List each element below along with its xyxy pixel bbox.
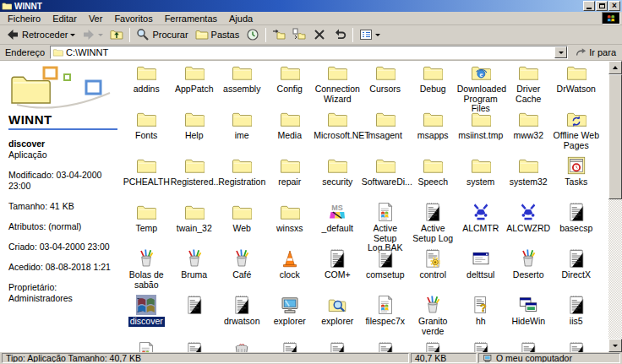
file-registered[interactable]: Registered... bbox=[171, 155, 219, 202]
file-item[interactable] bbox=[123, 341, 171, 352]
history-button[interactable] bbox=[243, 26, 263, 44]
file-apppatch[interactable]: AppPatch bbox=[171, 62, 219, 109]
file-tasks[interactable]: Tasks bbox=[553, 155, 601, 202]
file-speech[interactable]: Speech bbox=[409, 155, 457, 202]
file-system32[interactable]: system32 bbox=[505, 155, 553, 202]
title-bar[interactable]: WINNT × bbox=[0, 0, 622, 12]
scrollbar-thumb[interactable] bbox=[608, 74, 622, 199]
file-assembly[interactable]: assembly bbox=[218, 62, 266, 109]
file-softwaredi[interactable]: SoftwareDi... bbox=[362, 155, 410, 202]
undo-button[interactable] bbox=[330, 26, 350, 44]
file-drwatson[interactable]: DrWatson bbox=[553, 62, 601, 109]
back-button[interactable]: Retroceder bbox=[3, 26, 79, 44]
file-item[interactable] bbox=[266, 341, 314, 352]
file-bolas-de-sab-o[interactable]: Bolas de sabão bbox=[123, 248, 171, 295]
minimize-button[interactable] bbox=[583, 1, 595, 11]
up-button[interactable] bbox=[106, 26, 127, 44]
file-msiinst-tmp[interactable]: msiinst.tmp bbox=[457, 109, 505, 155]
file-system[interactable]: system bbox=[457, 155, 505, 202]
file-drwatson[interactable]: drwatson bbox=[218, 295, 266, 341]
restore-button[interactable] bbox=[596, 1, 608, 11]
file-item[interactable] bbox=[553, 341, 601, 352]
file-help[interactable]: Help bbox=[171, 109, 219, 155]
scroll-down-button[interactable] bbox=[608, 339, 622, 352]
file-pchealth[interactable]: PCHEALTH bbox=[123, 155, 171, 202]
file-winsxs[interactable]: winsxs bbox=[266, 202, 314, 248]
file-debug[interactable]: Debug bbox=[409, 62, 457, 109]
file-item[interactable] bbox=[171, 295, 219, 341]
file-alcwzrd[interactable]: ALCWZRD bbox=[505, 202, 553, 248]
file-delttsul[interactable]: delttsul bbox=[457, 248, 505, 295]
file-item[interactable] bbox=[362, 341, 410, 352]
copy-to-button[interactable] bbox=[289, 26, 309, 44]
file-hh[interactable]: ?hh bbox=[457, 295, 505, 341]
file-hidewin[interactable]: HideWin bbox=[505, 295, 553, 341]
folders-button[interactable]: Pastas bbox=[192, 26, 243, 44]
address-dropdown-button[interactable] bbox=[554, 46, 567, 58]
file-msagent[interactable]: msagent bbox=[362, 109, 410, 155]
file-item[interactable] bbox=[171, 341, 219, 352]
menu-ferramentas[interactable]: Ferramentas bbox=[159, 13, 223, 24]
move-to-button[interactable] bbox=[269, 26, 289, 44]
file-item[interactable] bbox=[409, 341, 457, 352]
views-button[interactable] bbox=[356, 26, 384, 44]
file-twain-32[interactable]: twain_32 bbox=[171, 202, 219, 248]
file-bruma[interactable]: Bruma bbox=[171, 248, 219, 295]
file-default[interactable]: MS_default bbox=[314, 202, 362, 248]
file-comsetup[interactable]: comsetup bbox=[362, 248, 410, 295]
file-temp[interactable]: Temp bbox=[123, 202, 171, 248]
forward-button[interactable] bbox=[79, 26, 106, 44]
file-item[interactable] bbox=[457, 341, 505, 352]
close-button[interactable]: × bbox=[608, 1, 620, 11]
file-item[interactable] bbox=[314, 341, 362, 352]
notepad-icon bbox=[423, 341, 443, 352]
file-granito-verde[interactable]: Granito verde bbox=[409, 295, 457, 341]
file-directx[interactable]: DirectX bbox=[553, 248, 601, 295]
file-caf[interactable]: Café bbox=[218, 248, 266, 295]
menu-editar[interactable]: Editar bbox=[46, 13, 83, 24]
file-repair[interactable]: repair bbox=[266, 155, 314, 202]
file-connection-wizard[interactable]: Connection Wizard bbox=[314, 62, 362, 109]
file-web[interactable]: Web bbox=[218, 202, 266, 248]
file-active-setup-log-bak[interactable]: Active Setup Log.BAK bbox=[362, 202, 410, 248]
file-media[interactable]: Media bbox=[266, 109, 314, 155]
file-addins[interactable]: addins bbox=[123, 62, 171, 109]
file-iis5[interactable]: iis5 bbox=[553, 295, 601, 341]
delete-button[interactable] bbox=[309, 26, 330, 44]
file-cursors[interactable]: Cursors bbox=[362, 62, 410, 109]
file-security[interactable]: security bbox=[314, 155, 362, 202]
file-basecsp[interactable]: basecsp bbox=[553, 202, 601, 248]
scrollbar-track[interactable] bbox=[608, 199, 622, 339]
go-button[interactable]: Ir para bbox=[571, 46, 619, 60]
menu-favoritos[interactable]: Favoritos bbox=[108, 13, 158, 24]
file-fonts[interactable]: Fonts bbox=[123, 109, 171, 155]
file-filespec7x[interactable]: filespec7x bbox=[362, 295, 410, 341]
file-ime[interactable]: ime bbox=[218, 109, 266, 155]
file-com[interactable]: COM+ bbox=[314, 248, 362, 295]
file-discover[interactable]: discover bbox=[123, 295, 171, 341]
file-item[interactable] bbox=[505, 341, 553, 352]
file-microsoft-net[interactable]: Microsoft.NET bbox=[314, 109, 362, 155]
file-explorer[interactable]: explorer bbox=[266, 295, 314, 341]
address-input[interactable]: C:\WINNT bbox=[50, 46, 568, 59]
search-button[interactable]: Procurar bbox=[133, 26, 191, 44]
menu-ajuda[interactable]: Ajuda bbox=[223, 13, 259, 24]
file-clock[interactable]: clock bbox=[266, 248, 314, 295]
file-item[interactable] bbox=[218, 341, 266, 352]
file-downloaded-program-files[interactable]: eDownloaded Program Files bbox=[457, 62, 505, 109]
file-control[interactable]: control bbox=[409, 248, 457, 295]
menu-ficheiro[interactable]: Ficheiro bbox=[2, 13, 46, 24]
file-alcmtr[interactable]: ALCMTR bbox=[457, 202, 505, 248]
file-msapps[interactable]: msapps bbox=[409, 109, 457, 155]
file-offline-web-pages[interactable]: Offline Web Pages bbox=[553, 109, 601, 155]
file-active-setup-log[interactable]: Active Setup Log bbox=[409, 202, 457, 248]
scroll-up-button[interactable] bbox=[608, 61, 622, 74]
file-registration[interactable]: Registration bbox=[218, 155, 266, 202]
file-config[interactable]: Config bbox=[266, 62, 314, 109]
vertical-scrollbar[interactable] bbox=[608, 61, 622, 352]
menu-ver[interactable]: Ver bbox=[83, 13, 109, 24]
file-deserto[interactable]: Deserto bbox=[505, 248, 553, 295]
file-explorer[interactable]: explorer bbox=[314, 295, 362, 341]
file-mww32[interactable]: mww32 bbox=[505, 109, 553, 155]
file-driver-cache[interactable]: Driver Cache bbox=[505, 62, 553, 109]
